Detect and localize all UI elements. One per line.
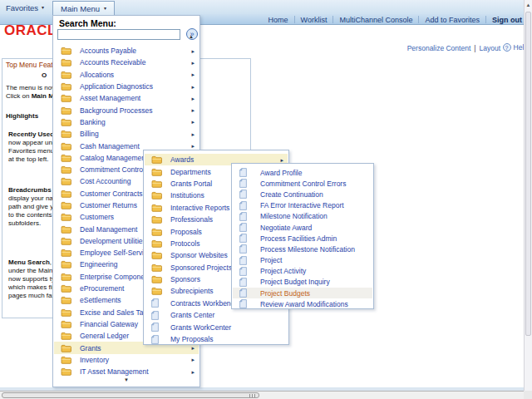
submenu-arrow-icon: ▸	[191, 143, 199, 149]
menu-item-label: Interactive Reports	[170, 204, 229, 212]
folder-icon	[151, 287, 162, 295]
nav-link-multichannel-console[interactable]: MultiChannel Console	[339, 16, 412, 24]
folder-icon	[61, 284, 71, 293]
menu-item-create-continuation[interactable]: Create Continuation	[233, 189, 372, 200]
folder-icon	[61, 130, 71, 138]
menu-item-label: Financial Gateway	[80, 320, 138, 328]
menu-item-process-facilities-admin[interactable]: Process Facilities Admin	[233, 233, 372, 244]
menu-scroll-up-icon[interactable]: ▲	[189, 34, 194, 39]
document-icon	[239, 223, 250, 232]
menu-item-label: Banking	[80, 118, 106, 126]
folder-icon	[151, 168, 162, 176]
menu-item-fa-error-interactive-report[interactable]: FA Error Interactive Report	[233, 200, 372, 211]
menu-item-grants-workcenter[interactable]: Grants WorkCenter	[145, 321, 288, 332]
folder-icon	[61, 106, 71, 115]
menu-item-label: Asset Management	[80, 94, 140, 102]
help-icon: ?	[503, 43, 511, 52]
menu-item-banking[interactable]: Banking▸	[54, 116, 199, 128]
menu-item-label: Sponsors	[170, 275, 200, 283]
awards-submenu-list: Award ProfileCommitment Control ErrorsCr…	[233, 167, 372, 310]
nav-link-home[interactable]: Home	[268, 16, 288, 24]
menu-item-project-budget-inquiry[interactable]: Project Budget Inquiry	[233, 277, 372, 288]
submenu-arrow-icon: ▸	[191, 71, 199, 77]
menu-item-label: Inventory	[80, 356, 109, 364]
document-icon	[239, 190, 250, 199]
submenu-arrow-icon: ▸	[191, 119, 199, 125]
menu-item-label: Awards	[170, 155, 194, 164]
menu-item-asset-management[interactable]: Asset Management▸	[54, 92, 199, 104]
menu-item-accounts-receivable[interactable]: Accounts Receivable▸	[54, 57, 199, 68]
submenu-arrow-icon: ▸	[191, 96, 199, 101]
menu-item-negotiate-award[interactable]: Negotiate Award	[233, 222, 372, 233]
menu-item-label: Sponsor Websites	[170, 251, 228, 259]
menu-item-allocations[interactable]: Allocations▸	[54, 69, 199, 81]
menu-item-label: Process Facilities Admin	[260, 234, 337, 243]
menu-item-grants-center[interactable]: Grants Center	[145, 309, 288, 321]
personalize-content-link[interactable]: Personalize Content	[407, 44, 471, 52]
nav-separator	[294, 16, 295, 23]
menu-item-label: Grants Center	[170, 311, 214, 319]
menu-item-label: Project Budgets	[260, 289, 310, 298]
menu-item-label: eSettlements	[80, 296, 121, 304]
menu-item-label: Process Milestone Notification	[260, 245, 355, 254]
nav-link-worklist[interactable]: Worklist	[301, 16, 328, 24]
menu-item-my-proposals[interactable]: My Proposals	[145, 333, 288, 345]
folder-icon	[151, 251, 162, 259]
menu-scroll-down-icon[interactable]: ▼	[124, 377, 129, 382]
layout-link[interactable]: Layout	[479, 44, 500, 52]
menu-item-commitment-control-errors[interactable]: Commitment Control Errors	[233, 178, 372, 189]
nav-separator	[332, 16, 333, 23]
main-menu-button[interactable]: Main Menu ▾	[52, 1, 115, 15]
menu-item-project-budgets[interactable]: Project Budgets	[233, 288, 372, 298]
menu-item-application-diagnostics[interactable]: Application Diagnostics▸	[54, 81, 199, 92]
vertical-scrollbar-thumb[interactable]	[525, 12, 531, 336]
menu-item-label: My Proposals	[170, 335, 214, 343]
menu-item-label: Customers	[80, 213, 114, 221]
scroll-up-icon[interactable]: ▲	[526, 2, 531, 7]
chevron-down-icon: ▾	[104, 6, 106, 11]
menu-search-input[interactable]	[57, 29, 180, 40]
menu-item-project[interactable]: Project	[233, 255, 372, 266]
sign-out-link[interactable]: Sign out	[492, 16, 522, 24]
document-icon	[239, 244, 250, 254]
favorites-menu-button[interactable]: Favorites ▾	[6, 2, 44, 13]
menu-item-label: Grants Portal	[170, 180, 212, 188]
menu-item-accounts-payable[interactable]: Accounts Payable▸	[54, 45, 199, 57]
menu-item-it-asset-management[interactable]: IT Asset Management▸	[54, 366, 199, 377]
menu-item-milestone-notification[interactable]: Milestone Notification	[233, 211, 372, 222]
folder-icon	[61, 320, 71, 328]
menu-item-background-processes[interactable]: Background Processes▸	[54, 104, 199, 116]
peoplesoft-application-window: Favorites ▾ Main Menu ▾ HomeWorklistMult…	[0, 0, 532, 399]
menu-item-process-milestone-notification[interactable]: Process Milestone Notification	[233, 244, 372, 254]
menu-item-award-profile[interactable]: Award Profile	[233, 167, 372, 178]
menu-item-label: Allocations	[80, 71, 114, 79]
folder-icon	[61, 332, 71, 340]
menu-item-label: Proposals	[170, 228, 202, 236]
menu-item-project-activity[interactable]: Project Activity	[233, 266, 372, 277]
nav-link-add-to-favorites[interactable]: Add to Favorites	[425, 16, 480, 24]
menu-item-label: Employee Self-Service	[80, 249, 151, 257]
document-icon	[239, 299, 250, 308]
folder-icon	[61, 82, 71, 91]
toolbar-separator: |	[474, 44, 475, 52]
horizontal-scrollbar[interactable]	[0, 391, 524, 399]
menu-item-label: Background Processes	[80, 106, 152, 115]
folder-icon	[61, 213, 71, 221]
menu-item-label: Departments	[170, 168, 211, 176]
folder-icon	[61, 190, 71, 198]
folder-icon	[61, 177, 71, 185]
submenu-arrow-icon: ▸	[280, 157, 288, 163]
menu-item-label: Commitment Control Errors	[260, 180, 346, 188]
menu-item-inventory[interactable]: Inventory▸	[54, 354, 199, 366]
document-icon	[151, 311, 162, 320]
submenu-arrow-icon: ▸	[191, 107, 199, 113]
menu-item-label: Engineering	[80, 260, 117, 268]
menu-item-billing[interactable]: Billing▸	[54, 128, 199, 140]
menu-item-review-award-modifications[interactable]: Review Award Modifications	[233, 298, 372, 309]
scrollbar-corner	[524, 391, 532, 399]
folder-icon	[61, 142, 71, 150]
menu-item-label: Accounts Receivable	[80, 58, 145, 66]
vertical-scrollbar[interactable]: ▲	[524, 0, 532, 391]
horizontal-scrollbar-thumb[interactable]	[2, 392, 259, 398]
submenu-arrow-icon: ▸	[191, 357, 199, 362]
